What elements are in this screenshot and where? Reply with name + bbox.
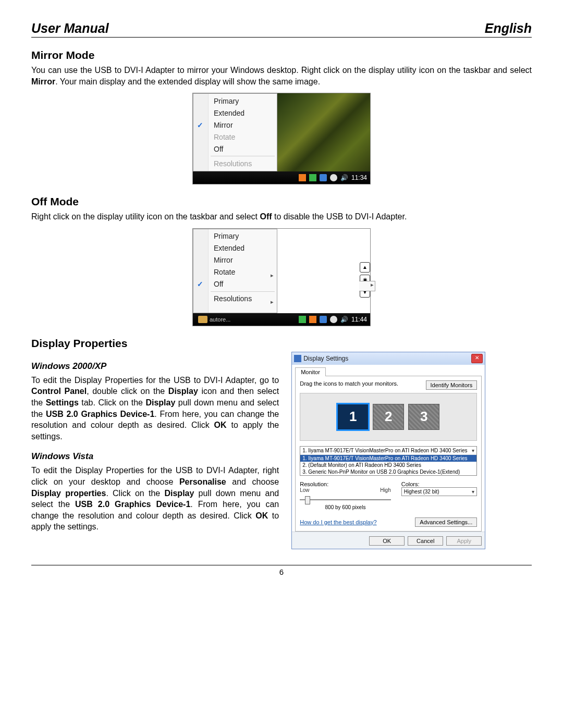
taskbar-app-icon[interactable]	[198, 316, 207, 323]
volume-icon[interactable]	[340, 316, 348, 323]
monitor-layout[interactable]: 1 2 3	[300, 393, 477, 441]
page-number: 6	[31, 567, 532, 576]
text: . Your main display and the extended dis…	[55, 77, 320, 86]
menu-separator	[211, 291, 275, 292]
monitor-2[interactable]: 2	[373, 404, 403, 429]
text: You can use the USB to DVI-I Adapter to …	[31, 66, 532, 75]
subheading-win2000xp: Windows 2000/XP	[31, 361, 279, 372]
resolution-label: Resolution:	[300, 481, 391, 487]
dropdown-selected: 1. Iiyama MT-9017E/T VisionMasterPro on …	[302, 448, 467, 453]
dialog-titlebar: Display Settings ✕	[292, 352, 485, 365]
menu-item-off[interactable]: Off	[209, 143, 277, 155]
monitor-1[interactable]: 1	[338, 404, 368, 429]
taskbar-clock: 11:34	[351, 174, 367, 181]
screenshot-off-menu: Primary Extended Mirror Rotate ✓Off Reso…	[193, 229, 370, 326]
apply-button[interactable]: Apply	[446, 536, 482, 546]
tray-icon[interactable]	[320, 316, 327, 323]
check-icon: ✓	[197, 121, 203, 129]
check-icon: ✓	[197, 280, 203, 288]
ok-button[interactable]: OK	[369, 536, 405, 546]
gadget-up-icon[interactable]: ▲	[360, 262, 370, 273]
monitor-3[interactable]: 3	[409, 404, 439, 429]
heading-mirror-mode: Mirror Mode	[31, 49, 532, 61]
manual-language: English	[485, 21, 532, 36]
close-button[interactable]: ✕	[471, 354, 483, 363]
submenu-flyout	[359, 281, 375, 291]
tray-icon[interactable]	[309, 174, 316, 181]
menu-item-rotate[interactable]: Rotate	[209, 131, 277, 143]
subheading-winvista: Windows Vista	[31, 451, 279, 462]
tray-icon[interactable]	[309, 316, 316, 323]
menu-item-extended[interactable]: Extended	[209, 242, 277, 254]
dropdown-list: 1. Iiyama MT-9017E/T VisionMasterPro on …	[300, 454, 476, 475]
res-low-label: Low	[300, 487, 309, 493]
dialog-panel: Drag the icons to match your monitors. I…	[295, 376, 482, 532]
taskbar: 11:34	[193, 171, 370, 184]
taskbar: autore... 11:44	[193, 313, 370, 326]
hint-text: Drag the icons to match your monitors.	[300, 380, 398, 387]
tray-icon[interactable]	[320, 174, 327, 181]
dialog-icon	[294, 355, 301, 362]
resolution-value: 800 by 600 pixels	[300, 504, 391, 510]
manual-title: User Manual	[31, 21, 109, 36]
context-menu: Primary Extended Mirror Rotate ✓Off Reso…	[193, 229, 277, 313]
tray-icon[interactable]	[299, 316, 306, 323]
volume-icon[interactable]	[340, 174, 348, 181]
taskbar-app-label[interactable]: autore...	[210, 316, 230, 323]
text-bold: Mirror	[31, 77, 55, 86]
display-dropdown[interactable]: 1. Iiyama MT-9017E/T VisionMasterPro on …	[300, 446, 477, 476]
menu-separator	[211, 156, 275, 156]
display-settings-dialog: Display Settings ✕ Monitor Drag the icon…	[291, 352, 485, 549]
menu-item-mirror[interactable]: Mirror	[209, 254, 277, 266]
menu-item-resolutions[interactable]: Resolutions	[209, 293, 277, 305]
res-high-label: High	[380, 487, 391, 493]
page-rule	[31, 565, 532, 565]
taskbar-clock: 11:44	[351, 316, 367, 323]
screenshot-mirror-menu: Primary Extended ✓Mirror Rotate Off Reso…	[193, 93, 370, 184]
para-win2000xp: To edit the Display Properties for the U…	[31, 375, 279, 442]
identify-monitors-button[interactable]: Identify Monitors	[426, 380, 478, 390]
page-header: User Manual English	[31, 21, 532, 38]
heading-off-mode: Off Mode	[31, 195, 532, 208]
resolution-slider[interactable]	[300, 495, 391, 503]
menu-item-rotate[interactable]: Rotate	[209, 266, 277, 278]
menu-item-primary[interactable]: Primary	[209, 95, 277, 107]
menu-item-mirror[interactable]: ✓Mirror	[209, 119, 277, 131]
network-icon[interactable]	[330, 174, 337, 181]
menu-item-extended[interactable]: Extended	[209, 107, 277, 119]
desktop-background	[277, 93, 370, 171]
context-menu: Primary Extended ✓Mirror Rotate Off Reso…	[193, 93, 277, 171]
menu-item-off[interactable]: ✓Off	[209, 278, 277, 290]
dropdown-option[interactable]: 1. Iiyama MT-9017E/T VisionMasterPro on …	[300, 455, 476, 462]
cancel-button[interactable]: Cancel	[408, 536, 443, 546]
heading-display-properties: Display Properties	[31, 337, 532, 350]
colors-dropdown[interactable]: Highest (32 bit)	[401, 487, 477, 496]
network-icon[interactable]	[330, 316, 337, 323]
para-mirror-mode: You can use the USB to DVI-I Adapter to …	[31, 65, 532, 87]
sidebar-gadget: ▲ ◉ ▼	[360, 262, 370, 298]
menu-item-resolutions[interactable]: Resolutions	[209, 157, 277, 169]
dialog-title: Display Settings	[303, 355, 469, 362]
para-winvista: To edit the Display Properties for the U…	[31, 465, 279, 533]
help-link[interactable]: How do I get the best display?	[300, 519, 376, 525]
dropdown-option[interactable]: 3. Generic Non-PnP Monitor on USB 2.0 Gr…	[300, 468, 476, 475]
colors-label: Colors:	[401, 481, 477, 487]
para-off-mode: Right click on the display utility icon …	[31, 211, 532, 223]
dialog-button-row: OK Cancel Apply	[292, 532, 485, 549]
desktop-background: ▲ ◉ ▼	[277, 229, 370, 313]
tray-icon[interactable]	[299, 174, 306, 181]
advanced-settings-button[interactable]: Advanced Settings...	[415, 517, 477, 527]
menu-item-primary[interactable]: Primary	[209, 230, 277, 242]
tab-monitor[interactable]: Monitor	[295, 367, 326, 376]
dropdown-option[interactable]: 2. (Default Monitor) on ATI Radeon HD 34…	[300, 462, 476, 468]
